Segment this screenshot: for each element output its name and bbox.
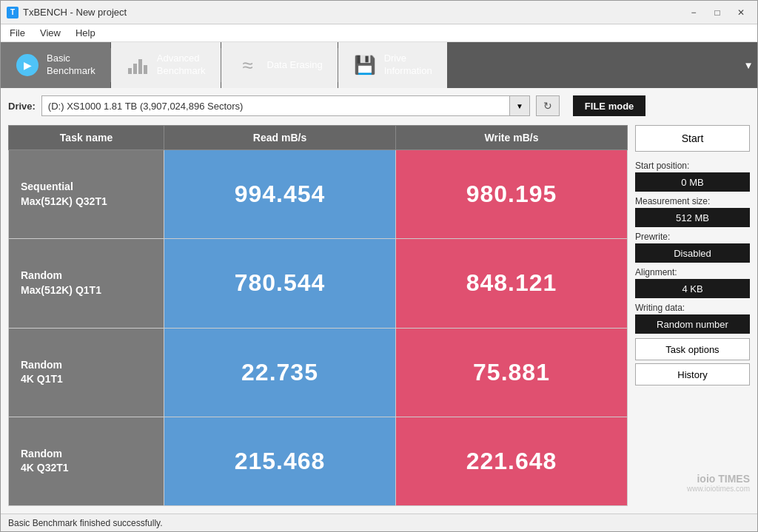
task-name-3: Random4K Q32T1 xyxy=(9,417,164,505)
benchmark-table: Task name Read mB/s Write mB/s Sequentia… xyxy=(8,125,628,506)
col-read: Read mB/s xyxy=(164,126,396,150)
measurement-size-label: Measurement size: xyxy=(635,196,750,206)
alignment-label: Alignment: xyxy=(635,267,750,277)
window-title: TxBENCH - New project xyxy=(23,7,127,18)
menu-file[interactable]: File xyxy=(4,26,31,40)
task-name-2: Random4K Q1T1 xyxy=(9,328,164,417)
measurement-size-value: 512 MB xyxy=(635,208,750,227)
status-text: Basic Benchmark finished successfully. xyxy=(8,518,163,528)
data-erasing-icon: ≈ xyxy=(236,53,260,77)
file-mode-button[interactable]: FILE mode xyxy=(573,95,645,116)
read-value-0: 994.454 xyxy=(164,150,396,239)
right-panel: Start Start position: 0 MB Measurement s… xyxy=(635,125,750,506)
drive-dropdown-arrow[interactable]: ▼ xyxy=(509,95,530,116)
read-value-3: 215.468 xyxy=(164,417,396,505)
read-value-1: 780.544 xyxy=(164,239,396,328)
table-header: Task name Read mB/s Write mB/s xyxy=(9,126,628,150)
write-value-2: 75.881 xyxy=(396,328,628,417)
writing-data-label: Writing data: xyxy=(635,303,750,313)
writing-data-value: Random number xyxy=(635,314,750,334)
drive-select[interactable]: (D:) XS1000 1.81 TB (3,907,024,896 Secto… xyxy=(41,95,530,116)
drive-refresh-button[interactable]: ↻ xyxy=(536,95,560,116)
history-button[interactable]: History xyxy=(635,363,750,385)
toolbar-basic-benchmark[interactable]: ▶ BasicBenchmark xyxy=(1,42,110,88)
main-window: T TxBENCH - New project − □ ✕ File View … xyxy=(0,0,758,532)
start-button[interactable]: Start xyxy=(635,125,750,152)
table-row: SequentialMax(512K) Q32T1 994.454 980.19… xyxy=(9,150,628,239)
benchmark-table-wrap: Task name Read mB/s Write mB/s Sequentia… xyxy=(8,125,628,506)
alignment-value: 4 KB xyxy=(635,279,750,298)
table-row: Random4K Q1T1 22.735 75.881 xyxy=(9,328,628,417)
task-options-button[interactable]: Task options xyxy=(635,338,750,360)
drive-label: Drive: xyxy=(8,101,36,112)
title-bar: T TxBENCH - New project − □ ✕ xyxy=(1,1,757,24)
basic-benchmark-icon: ▶ xyxy=(16,53,39,77)
prewrite-label: Prewrite: xyxy=(635,232,750,242)
data-erasing-label: Data Erasing xyxy=(267,59,323,72)
table-row: RandomMax(512K) Q1T1 780.544 848.121 xyxy=(9,239,628,328)
basic-benchmark-label: BasicBenchmark xyxy=(47,53,95,78)
task-name-1: RandomMax(512K) Q1T1 xyxy=(9,239,164,328)
task-name-0: SequentialMax(512K) Q32T1 xyxy=(9,150,164,239)
menu-help[interactable]: Help xyxy=(70,26,101,40)
content-area: Drive: (D:) XS1000 1.81 TB (3,907,024,89… xyxy=(1,88,757,514)
start-position-label: Start position: xyxy=(635,161,750,171)
col-write: Write mB/s xyxy=(396,126,628,150)
minimize-button[interactable]: − xyxy=(683,5,704,20)
maximize-button[interactable]: □ xyxy=(707,5,728,20)
write-value-1: 848.121 xyxy=(396,239,628,328)
advanced-benchmark-icon xyxy=(126,53,150,77)
content-wrapper: Drive: (D:) XS1000 1.81 TB (3,907,024,89… xyxy=(1,88,757,514)
title-bar-left: T TxBENCH - New project xyxy=(7,7,127,18)
menu-view[interactable]: View xyxy=(34,26,67,40)
menu-bar: File View Help xyxy=(1,24,757,42)
advanced-benchmark-label: AdvancedBenchmark xyxy=(157,53,206,78)
drive-information-icon: 💾 xyxy=(353,53,377,77)
prewrite-value: Disabled xyxy=(635,243,750,263)
toolbar-advanced-benchmark[interactable]: AdvancedBenchmark xyxy=(111,42,221,88)
col-task-name: Task name xyxy=(9,126,164,150)
toolbar-more-button[interactable]: ▼ xyxy=(739,42,757,88)
read-value-2: 22.735 xyxy=(164,328,396,417)
write-value-3: 221.648 xyxy=(396,417,628,505)
close-button[interactable]: ✕ xyxy=(731,5,751,20)
table-row: Random4K Q32T1 215.468 221.648 xyxy=(9,417,628,505)
benchmark-area: Task name Read mB/s Write mB/s Sequentia… xyxy=(8,125,750,506)
toolbar-data-erasing[interactable]: ≈ Data Erasing xyxy=(221,42,338,88)
start-position-value: 0 MB xyxy=(635,172,750,192)
window-controls: − □ ✕ xyxy=(683,5,751,20)
drive-select-wrap: (D:) XS1000 1.81 TB (3,907,024,896 Secto… xyxy=(41,95,530,116)
app-icon: T xyxy=(7,7,19,18)
drive-information-label: DriveInformation xyxy=(384,53,432,78)
toolbar: ▶ BasicBenchmark AdvancedBenchmark ≈ Dat… xyxy=(1,42,757,88)
status-bar: Basic Benchmark finished successfully. xyxy=(1,514,757,531)
drive-row: Drive: (D:) XS1000 1.81 TB (3,907,024,89… xyxy=(8,95,750,116)
write-value-0: 980.195 xyxy=(396,150,628,239)
table-body: SequentialMax(512K) Q32T1 994.454 980.19… xyxy=(9,150,628,506)
toolbar-drive-information[interactable]: 💾 DriveInformation xyxy=(338,42,447,88)
